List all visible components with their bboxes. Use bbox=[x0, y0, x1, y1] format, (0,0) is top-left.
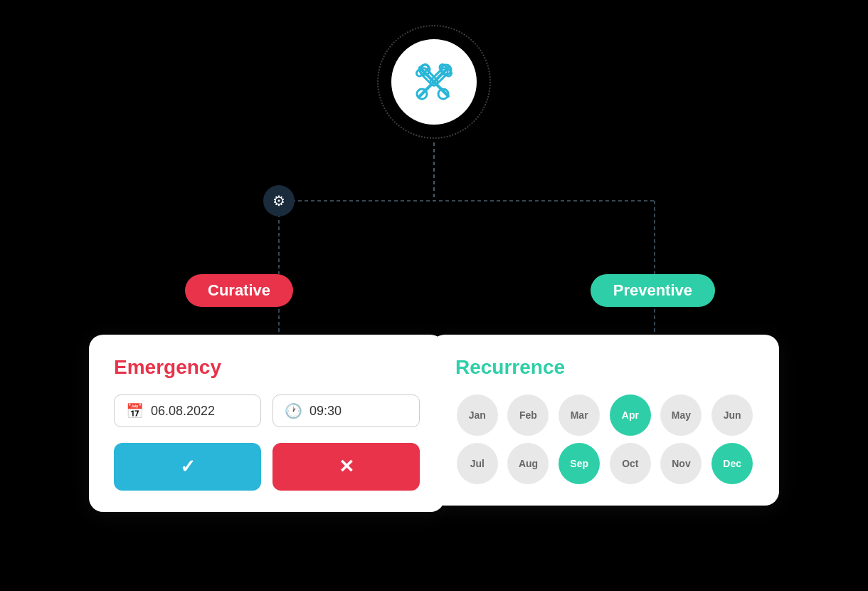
cancel-button[interactable]: ✕ bbox=[272, 443, 420, 491]
clock-icon: 🕐 bbox=[285, 402, 302, 419]
time-field[interactable]: 🕐 09:30 bbox=[272, 394, 420, 427]
top-circle-outer bbox=[377, 25, 491, 139]
emergency-buttons: ✓ ✕ bbox=[114, 443, 420, 491]
month-chip-jul[interactable]: Jul bbox=[457, 443, 498, 484]
month-chip-oct[interactable]: Oct bbox=[610, 443, 651, 484]
confirm-icon: ✓ bbox=[180, 456, 196, 478]
calendar-icon: 📅 bbox=[126, 402, 144, 419]
date-field[interactable]: 📅 06.08.2022 bbox=[114, 394, 261, 427]
month-chip-jun[interactable]: Jun bbox=[711, 394, 753, 436]
confirm-button[interactable]: ✓ bbox=[114, 443, 261, 491]
time-value: 09:30 bbox=[309, 404, 342, 419]
preventive-label: Preventive bbox=[591, 274, 715, 307]
tools-icon bbox=[409, 57, 459, 107]
gear-node: ⚙ bbox=[263, 185, 295, 216]
gear-icon: ⚙ bbox=[272, 192, 285, 209]
month-chip-apr[interactable]: Apr bbox=[610, 394, 651, 436]
month-chip-jan[interactable]: Jan bbox=[457, 394, 498, 436]
month-chip-mar[interactable]: Mar bbox=[559, 394, 600, 436]
diagram-container: ⚙ Curative Preventive Emergency 📅 06.08.… bbox=[43, 18, 825, 573]
emergency-inputs: 📅 06.08.2022 🕐 09:30 bbox=[114, 394, 420, 427]
recurrence-title: Recurrence bbox=[455, 356, 754, 379]
top-icon-wrapper bbox=[377, 25, 491, 139]
month-chip-feb[interactable]: Feb bbox=[507, 394, 549, 436]
recurrence-card: Recurrence JanFebMarAprMayJunJulAugSepOc… bbox=[430, 335, 779, 506]
months-grid: JanFebMarAprMayJunJulAugSepOctNovDec bbox=[455, 394, 754, 484]
month-chip-nov[interactable]: Nov bbox=[660, 443, 702, 484]
top-circle-inner bbox=[391, 39, 477, 125]
emergency-card: Emergency 📅 06.08.2022 🕐 09:30 ✓ ✕ bbox=[89, 335, 445, 512]
month-chip-may[interactable]: May bbox=[660, 394, 702, 436]
month-chip-sep[interactable]: Sep bbox=[559, 443, 600, 484]
emergency-title: Emergency bbox=[114, 356, 420, 379]
cancel-icon: ✕ bbox=[339, 456, 354, 478]
month-chip-dec[interactable]: Dec bbox=[711, 443, 753, 484]
curative-label: Curative bbox=[185, 274, 293, 307]
month-chip-aug[interactable]: Aug bbox=[507, 443, 549, 484]
date-value: 06.08.2022 bbox=[151, 404, 215, 419]
